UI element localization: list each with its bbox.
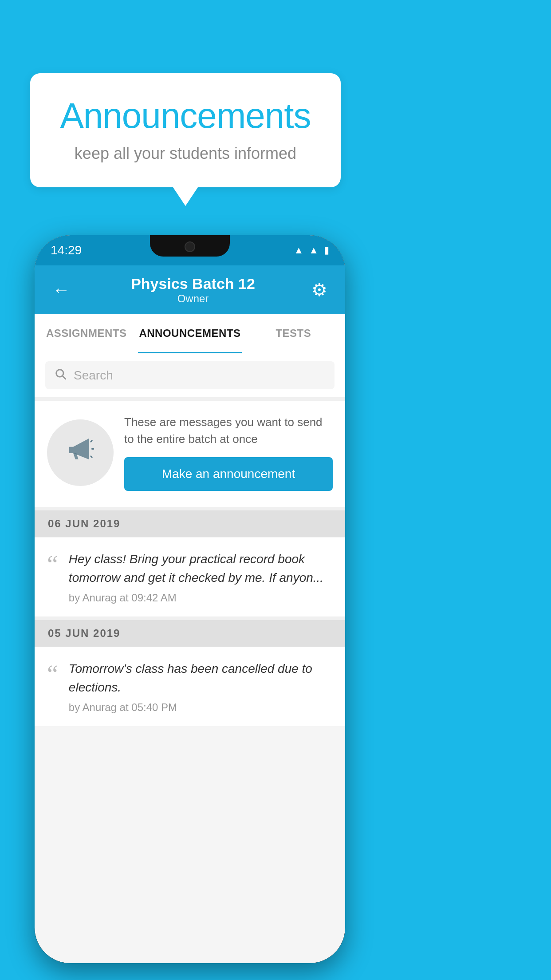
- quote-icon-2: “: [47, 660, 58, 686]
- search-placeholder: Search: [74, 368, 113, 383]
- quote-icon-1: “: [47, 550, 58, 577]
- announcement-text-1: Hey class! Bring your practical record b…: [69, 550, 333, 587]
- phone-frame: 14:29 ▲ ▲ ▮ ← Physics Batch 12 Owner ⚙ A…: [35, 235, 345, 963]
- announcement-content-1: Hey class! Bring your practical record b…: [69, 550, 333, 604]
- tab-tests[interactable]: TESTS: [242, 314, 345, 353]
- camera-notch: [185, 241, 195, 252]
- content-area: Search Th: [35, 353, 345, 726]
- wifi-icon: ▲: [294, 245, 303, 256]
- date-separator-june6: 06 JUN 2019: [35, 510, 345, 537]
- search-icon: [54, 368, 67, 383]
- tabs-bar: ASSIGNMENTS ANNOUNCEMENTS TESTS: [35, 314, 345, 353]
- signal-icon: ▲: [309, 245, 319, 256]
- app-bar: ← Physics Batch 12 Owner ⚙: [35, 265, 345, 314]
- status-icons: ▲ ▲ ▮: [294, 245, 329, 256]
- announcement-meta-2: by Anurag at 05:40 PM: [69, 701, 333, 714]
- battery-icon: ▮: [324, 245, 329, 256]
- bubble-title: Announcements: [57, 95, 314, 136]
- tab-assignments[interactable]: ASSIGNMENTS: [35, 314, 138, 353]
- app-bar-subtitle: Owner: [79, 292, 307, 305]
- tab-announcements[interactable]: ANNOUNCEMENTS: [138, 314, 241, 353]
- announcement-meta-1: by Anurag at 09:42 AM: [69, 592, 333, 604]
- announcement-content-2: Tomorrow's class has been cancelled due …: [69, 660, 333, 714]
- speech-bubble: Announcements keep all your students inf…: [30, 73, 341, 187]
- bubble-subtitle: keep all your students informed: [57, 144, 314, 163]
- app-bar-title-section: Physics Batch 12 Owner: [79, 275, 307, 305]
- make-announcement-button[interactable]: Make an announcement: [124, 457, 333, 491]
- phone-notch: [150, 235, 230, 257]
- promo-description: These are messages you want to send to t…: [124, 414, 333, 447]
- announcement-icon-circle: [47, 419, 114, 486]
- promo-card: These are messages you want to send to t…: [35, 401, 345, 507]
- app-bar-title: Physics Batch 12: [79, 275, 307, 292]
- phone-screen: 14:29 ▲ ▲ ▮ ← Physics Batch 12 Owner ⚙ A…: [35, 235, 345, 963]
- status-time: 14:29: [51, 243, 82, 257]
- date-separator-june5: 05 JUN 2019: [35, 620, 345, 647]
- announcement-item-2[interactable]: “ Tomorrow's class has been cancelled du…: [35, 647, 345, 726]
- announcement-item-1[interactable]: “ Hey class! Bring your practical record…: [35, 537, 345, 616]
- megaphone-icon: [64, 432, 97, 473]
- search-bar[interactable]: Search: [45, 361, 335, 389]
- svg-line-1: [63, 376, 65, 379]
- settings-button[interactable]: ⚙: [307, 275, 332, 304]
- search-container: Search: [35, 353, 345, 397]
- promo-right: These are messages you want to send to t…: [124, 414, 333, 491]
- announcement-text-2: Tomorrow's class has been cancelled due …: [69, 660, 333, 697]
- back-button[interactable]: ←: [48, 276, 75, 304]
